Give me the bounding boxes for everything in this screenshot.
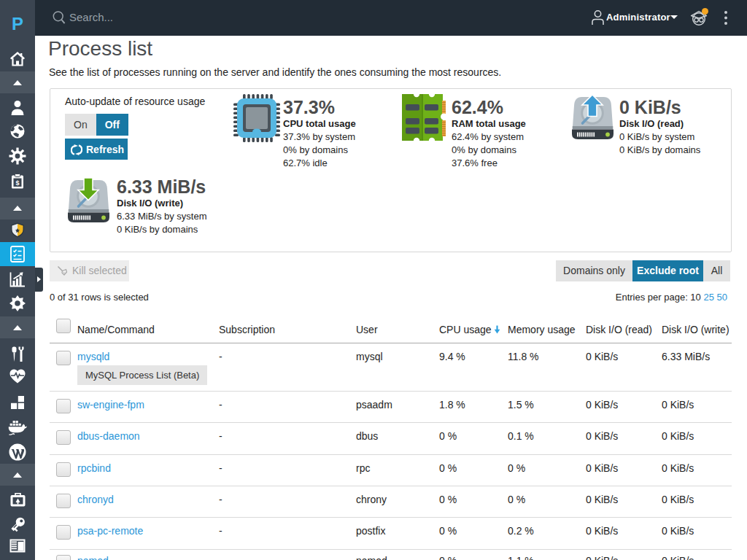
svg-text:$: $ <box>15 179 19 187</box>
